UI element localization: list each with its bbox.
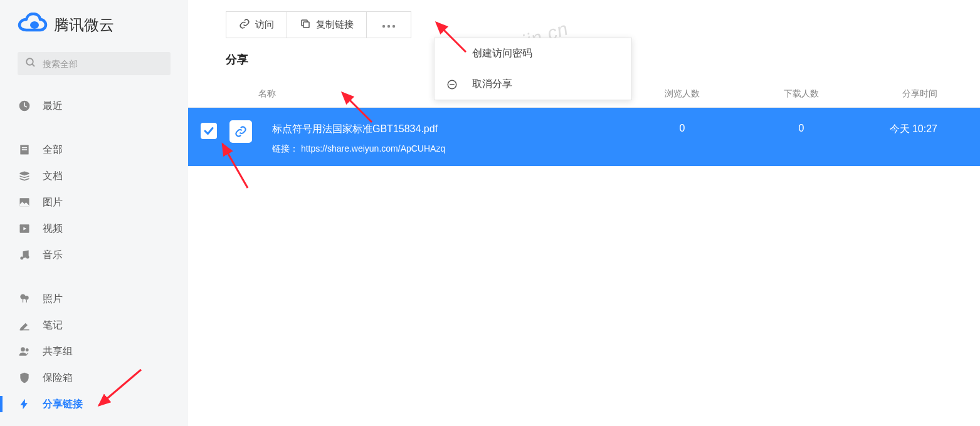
button-label: 访问	[255, 19, 274, 31]
column-downloads: 下载人数	[784, 88, 819, 98]
sidebar-item-videos[interactable]: 视频	[0, 216, 188, 242]
svg-point-17	[387, 25, 390, 28]
sidebar-item-safe[interactable]: 保险箱	[0, 365, 188, 391]
sidebar-item-label: 音乐	[43, 249, 63, 262]
visit-button[interactable]: 访问	[226, 12, 287, 38]
sidebar-item-label: 最近	[43, 100, 63, 113]
cancel-icon	[446, 79, 458, 90]
file-icon	[18, 143, 31, 157]
svg-point-16	[382, 25, 385, 28]
shield-icon	[18, 371, 31, 385]
svg-point-14	[26, 348, 29, 351]
dropdown-item-label: 取消分享	[472, 78, 512, 91]
svg-point-12	[24, 296, 29, 300]
svg-line-2	[32, 64, 34, 66]
row-downloads: 0	[799, 123, 804, 133]
search-input[interactable]	[43, 59, 163, 69]
logo-area: 腾讯微云	[0, 0, 188, 52]
svg-rect-15	[303, 22, 309, 28]
button-label: 复制链接	[316, 19, 354, 31]
sidebar-item-label: 分享链接	[43, 398, 83, 411]
sidebar-item-documents[interactable]: 文档	[0, 163, 188, 189]
balloon-icon	[18, 292, 31, 306]
more-icon	[382, 19, 396, 30]
pencil-icon	[18, 318, 31, 332]
svg-rect-5	[22, 147, 27, 148]
toolbar-button-group: 访问 复制链接	[226, 11, 411, 38]
sidebar-item-share-links[interactable]: 分享链接	[0, 391, 188, 417]
search-box[interactable]	[18, 52, 171, 75]
cloud-logo-icon	[18, 13, 48, 37]
sidebar-item-music[interactable]: 音乐	[0, 242, 188, 268]
copy-link-button[interactable]: 复制链接	[287, 12, 367, 38]
sidebar-item-label: 文档	[43, 170, 63, 183]
file-link: 链接： https://share.weiyun.com/ApCUHAzq	[272, 143, 623, 155]
sidebar-item-all[interactable]: 全部	[0, 137, 188, 163]
documents-icon	[18, 169, 31, 183]
clock-icon	[18, 99, 31, 113]
sidebar-item-label: 图片	[43, 196, 63, 209]
more-button[interactable]	[367, 12, 411, 38]
svg-rect-6	[22, 149, 27, 150]
music-icon	[18, 248, 31, 262]
sidebar-item-photos[interactable]: 照片	[0, 286, 188, 312]
row-time: 今天 10:27	[890, 123, 937, 134]
table-row[interactable]: 标点符号用法国家标准GBT15834.pdf 链接： https://share…	[188, 108, 980, 166]
link-file-icon	[229, 120, 252, 143]
image-icon	[18, 195, 31, 209]
file-name: 标点符号用法国家标准GBT15834.pdf	[272, 123, 623, 136]
svg-point-0	[30, 21, 39, 29]
sidebar: 腾讯微云 最近 全部 文档	[0, 0, 188, 426]
row-checkbox[interactable]	[201, 123, 217, 139]
sidebar-item-label: 笔记	[43, 319, 63, 332]
sidebar-item-label: 全部	[43, 143, 63, 157]
search-icon	[25, 57, 36, 70]
copy-icon	[300, 18, 311, 31]
sidebar-item-notes[interactable]: 笔记	[0, 312, 188, 338]
column-views: 浏览人数	[665, 88, 700, 98]
dropdown-item-cancel-share[interactable]: 取消分享	[435, 69, 631, 100]
column-time: 分享时间	[902, 88, 937, 98]
people-icon	[18, 345, 31, 358]
dropdown-item-create-password[interactable]: 创建访问密码	[435, 38, 631, 69]
main-content: 访问 复制链接 创建访问密码 取消分享 分享	[188, 0, 980, 426]
dropdown-item-label: 创建访问密码	[472, 47, 532, 60]
sidebar-item-label: 照片	[43, 293, 63, 306]
svg-point-9	[20, 257, 23, 260]
svg-point-10	[26, 256, 29, 259]
share-icon	[18, 397, 31, 411]
more-dropdown: 创建访问密码 取消分享	[434, 38, 632, 100]
sidebar-item-images[interactable]: 图片	[0, 189, 188, 216]
video-icon	[18, 222, 31, 236]
sidebar-item-label: 视频	[43, 222, 63, 236]
sidebar-item-groups[interactable]: 共享组	[0, 338, 188, 365]
app-name: 腾讯微云	[54, 15, 114, 35]
sidebar-item-label: 共享组	[43, 345, 73, 358]
sidebar-nav: 最近 全部 文档 图片 视频 音乐	[0, 88, 188, 426]
svg-point-1	[26, 58, 33, 65]
sidebar-item-label: 保险箱	[43, 371, 73, 385]
link-icon	[239, 18, 250, 31]
svg-point-13	[21, 347, 25, 351]
sidebar-item-recent[interactable]: 最近	[0, 93, 188, 119]
row-views: 0	[680, 123, 685, 133]
column-name: 名称	[258, 88, 276, 98]
svg-point-18	[393, 25, 395, 28]
